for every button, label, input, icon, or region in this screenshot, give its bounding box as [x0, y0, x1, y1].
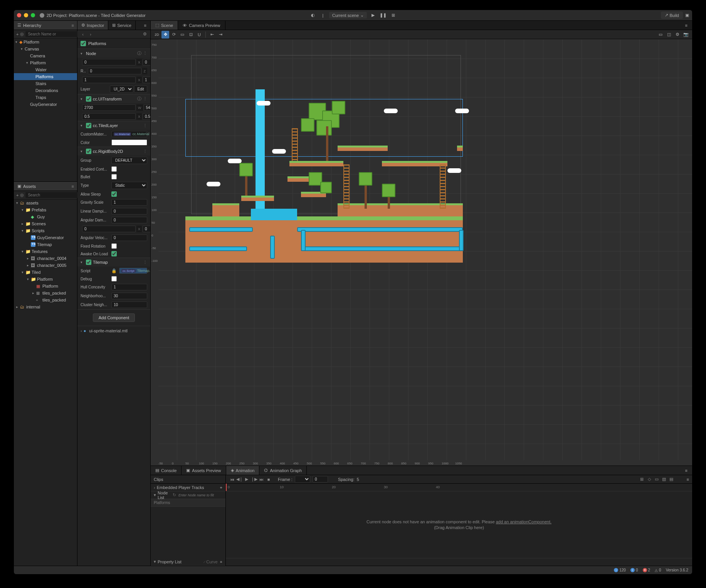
asset-item[interactable]: ▸📁Scenes	[14, 220, 77, 227]
key-icon[interactable]: ◇	[646, 476, 652, 482]
settings-icon[interactable]: ⚙	[142, 31, 148, 37]
tiledlayer-header[interactable]: ▾ cc.TiledLayer ⋮	[77, 121, 150, 130]
step-forward-button[interactable]: ❘▶	[251, 476, 257, 482]
play-button[interactable]: ▶	[369, 12, 377, 19]
rigidbody-enabled-checkbox[interactable]	[86, 149, 91, 154]
asset-item[interactable]: ▸🖼character_0004	[14, 255, 77, 262]
menu-icon[interactable]: ≡	[72, 184, 74, 189]
forward-button[interactable]: ›	[87, 31, 94, 37]
neighborhood-input[interactable]	[111, 293, 147, 299]
tree-item[interactable]: GuyGenerator	[14, 101, 77, 108]
hierarchy-panel-header[interactable]: ☰ Hierarchy ≡	[14, 21, 77, 30]
align-tool-1[interactable]: ⇤	[208, 31, 216, 39]
more-icon[interactable]: ⋮	[143, 123, 147, 128]
camera-icon[interactable]: 📷	[682, 31, 690, 39]
rect-tool[interactable]: ▭	[178, 31, 186, 39]
skip-back-button[interactable]: ⏮	[229, 476, 235, 482]
add-component-link[interactable]: add an animationComponent.	[496, 519, 551, 524]
asset-item[interactable]: ▾📁Prefabs	[14, 206, 77, 213]
add-icon[interactable]: +	[220, 560, 222, 564]
skip-forward-button[interactable]: ⏭	[258, 476, 264, 482]
angular-damping-input[interactable]	[111, 217, 147, 223]
menu-icon[interactable]: ≡	[681, 466, 692, 475]
tilemap-enabled-checkbox[interactable]	[86, 260, 91, 265]
grid-button[interactable]: ⊞	[389, 12, 397, 19]
rotation-z-input[interactable]	[88, 68, 141, 74]
grid-icon[interactable]: ⊞	[639, 476, 645, 482]
error-indicator[interactable]: ✕ 2	[643, 568, 651, 572]
tiledlayer-enabled-checkbox[interactable]	[86, 123, 91, 128]
tool-icon-1[interactable]: ▭	[654, 476, 660, 482]
anchor-x-input[interactable]	[82, 113, 136, 120]
play-button[interactable]: ▶	[244, 476, 250, 482]
build-button[interactable]: ↗ Build	[661, 12, 683, 19]
asset-item[interactable]: ▾🗂assets	[14, 199, 77, 206]
anchor-tool[interactable]: ⊡	[187, 31, 195, 39]
awake-on-load-checkbox[interactable]	[111, 251, 117, 256]
layer-select[interactable]: UI_2D	[110, 85, 133, 93]
assets-preview-tab[interactable]: ▣Assets Preview	[182, 466, 226, 475]
2d-mode-toggle[interactable]: 2D	[153, 31, 161, 39]
hull-concavity-input[interactable]	[111, 284, 147, 290]
tree-item[interactable]: Camera	[14, 52, 77, 59]
underline-tool[interactable]: U	[195, 31, 203, 39]
service-tab[interactable]: ⊞ Service	[108, 21, 136, 30]
asset-item[interactable]: ▫tiles_packed	[14, 297, 77, 303]
help-icon[interactable]: ⓘ	[137, 50, 141, 56]
asset-item[interactable]: TSTilemap	[14, 241, 77, 248]
gear-icon[interactable]: ⚙	[674, 31, 681, 39]
menu-icon[interactable]: ≡	[681, 21, 692, 30]
step-back-button[interactable]: ◀❘	[236, 476, 242, 482]
camera-preview-tab[interactable]: 👁 Camera Preview	[178, 21, 225, 30]
position-x-input[interactable]	[82, 59, 136, 65]
gravity-scale-input[interactable]	[111, 199, 147, 206]
tree-item[interactable]: Platforms	[14, 73, 77, 80]
planet-icon[interactable]: ◐	[309, 12, 317, 19]
minimize-window-button[interactable]	[24, 13, 28, 17]
node-enabled-checkbox[interactable]	[81, 41, 86, 46]
node-list-header[interactable]: ▾Node List ↻	[151, 491, 225, 499]
help-icon[interactable]: ⓘ	[137, 96, 141, 102]
type-select[interactable]: Static	[111, 182, 147, 189]
animation-tab[interactable]: ◈Animation	[226, 466, 260, 475]
timeline-ruler[interactable]: 010203040	[226, 484, 692, 491]
asset-item[interactable]: TSGuyGenerator	[14, 234, 77, 241]
allow-sleep-checkbox[interactable]	[111, 191, 117, 197]
node-section-header[interactable]: ▾ Node ⓘ ⋮	[77, 49, 150, 58]
hierarchy-search-input[interactable]	[25, 31, 79, 37]
scene-selector-dropdown[interactable]: Current scene ⌄	[329, 12, 367, 18]
layer-edit-button[interactable]: Edit	[134, 85, 147, 93]
script-slot[interactable]: cc.Script Tilemap.ts ⊙	[119, 268, 147, 274]
scale-y-input[interactable]	[143, 77, 150, 83]
tree-item[interactable]: ▾Platform	[14, 59, 77, 66]
add-button[interactable]: +	[16, 31, 18, 37]
tree-item[interactable]: ▾Canvas	[14, 45, 77, 52]
asset-item[interactable]: ▾📁Platform	[14, 276, 77, 283]
tree-item[interactable]: Water	[14, 66, 77, 73]
more-icon[interactable]: ⋮	[143, 96, 147, 101]
tilemap-script-header[interactable]: ▾ Tilemap ⋮	[77, 258, 150, 266]
enabled-contact-checkbox[interactable]	[111, 166, 117, 172]
angular-vel-input[interactable]	[111, 235, 147, 241]
asset-item[interactable]: ▸⊞tiles_packed	[14, 290, 77, 297]
uitransform-header[interactable]: ▾ cc.UITransform ⓘ ⋮	[77, 94, 150, 103]
asset-item[interactable]: ▸🗂internal	[14, 303, 77, 310]
footer-asset[interactable]: ui-sprite-material.mtl	[89, 328, 128, 333]
content-width-input[interactable]	[82, 104, 136, 111]
custom-material-slot[interactable]: cc.Material cc.Material ⊙	[111, 131, 147, 137]
node-filter-input[interactable]	[178, 493, 222, 497]
inspector-tab[interactable]: ⚙ Inspector	[77, 21, 108, 30]
rigidbody-header[interactable]: ▾ cc.RigidBody2D ⋮	[77, 147, 150, 156]
tree-item[interactable]: Traps	[14, 94, 77, 101]
scale-x-input[interactable]	[82, 77, 136, 83]
cluster-neigh-input[interactable]	[111, 302, 147, 308]
node-list-item[interactable]: Platforms	[151, 499, 225, 507]
back-button[interactable]: ‹	[80, 31, 86, 37]
anchor-y-input[interactable]	[143, 113, 150, 120]
asset-item[interactable]: ▾📁Textures	[14, 248, 77, 255]
frame-input[interactable]	[313, 476, 328, 482]
group-select[interactable]: DEFAULT	[111, 157, 147, 164]
add-icon[interactable]: +	[220, 485, 222, 490]
tree-item[interactable]: Decorations	[14, 87, 77, 94]
assets-panel-header[interactable]: ▣ Assets ≡	[14, 182, 77, 191]
